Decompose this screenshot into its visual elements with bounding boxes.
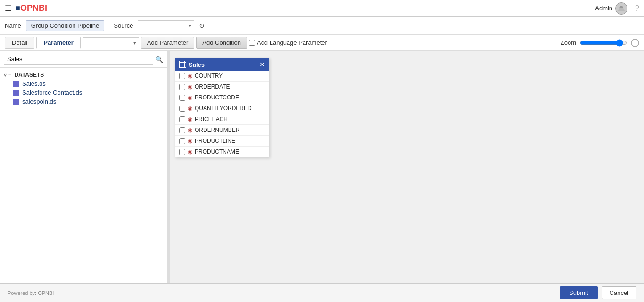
eye-icon[interactable]: ◉ (188, 94, 192, 101)
add-language-checkbox[interactable] (249, 40, 255, 46)
zoom-indicator (631, 39, 639, 47)
eye-icon[interactable]: ◉ (188, 148, 192, 155)
field-label: PRICEEACH (195, 116, 228, 122)
app-logo: ■OPNBI (15, 3, 47, 13)
hamburger-icon[interactable]: ☰ (5, 4, 11, 13)
dataset-label: Salesforce Contact.ds (22, 89, 82, 96)
add-parameter-button[interactable]: Add Parameter (141, 37, 194, 49)
toolbar: Detail Parameter Add Parameter Add Condi… (0, 35, 644, 51)
tab-parameter[interactable]: Parameter (36, 37, 81, 49)
field-label: ORDERNUMBER (195, 127, 239, 133)
add-language-label: Add Language Parameter (257, 39, 327, 46)
eye-icon[interactable]: ◉ (188, 127, 192, 133)
table-row: ◉ QUANTITYORDERED (175, 103, 269, 114)
popup-header: Sales ✕ (175, 58, 269, 71)
table-row: ◉ ORDERDATE (175, 82, 269, 92)
eye-icon[interactable]: ◉ (188, 105, 192, 112)
eye-icon[interactable]: ◉ (188, 83, 192, 90)
orderdate-checkbox[interactable] (179, 84, 185, 90)
productline-checkbox[interactable] (179, 138, 185, 144)
eye-icon[interactable]: ◉ (188, 116, 192, 122)
field-label: QUANTITYORDERED (195, 105, 252, 112)
left-panel: 🔍 ▿ − DATASETS Sales.ds Salesforce Conta… (0, 51, 167, 283)
table-row: ◉ PRICEEACH (175, 114, 269, 125)
pipeline-name: Group Condition Pipeline (26, 20, 105, 31)
dataset-icon (13, 90, 19, 96)
source-select[interactable] (138, 20, 194, 31)
search-input[interactable] (4, 54, 153, 65)
field-label: COUNTRY (195, 73, 223, 79)
field-label: PRODUCTNAME (195, 148, 239, 155)
datasets-label: DATASETS (14, 72, 44, 78)
tab-detail[interactable]: Detail (5, 37, 34, 49)
table-row: ◉ PRODUCTLINE (175, 136, 269, 147)
country-checkbox[interactable] (179, 73, 185, 79)
table-row: ◉ ORDERNUMBER (175, 125, 269, 136)
dataset-icon (13, 81, 19, 87)
field-label: PRODUCTCODE (195, 94, 239, 101)
source-select-wrapper (138, 20, 194, 31)
eye-icon[interactable]: ◉ (188, 138, 192, 144)
cancel-button[interactable]: Cancel (602, 286, 636, 299)
sales-popup-card: Sales ✕ ◉ COUNTRY ◉ ORDERDATE ◉ (175, 58, 269, 157)
dataset-label: Sales.ds (22, 80, 46, 87)
ordernumber-checkbox[interactable] (179, 127, 185, 133)
field-label: ORDERDATE (195, 83, 230, 90)
sub-header: Name Group Condition Pipeline Source ↻ (0, 17, 644, 35)
priceeach-checkbox[interactable] (179, 116, 185, 122)
right-canvas: Sales ✕ ◉ COUNTRY ◉ ORDERDATE ◉ (170, 51, 644, 283)
datasets-group: ▿ − DATASETS (4, 71, 163, 79)
param-type-select[interactable] (83, 37, 139, 48)
popup-close-button[interactable]: ✕ (259, 61, 265, 68)
name-label: Name (5, 22, 21, 29)
table-row: ◉ COUNTRY (175, 71, 269, 82)
list-item[interactable]: Sales.ds (4, 79, 163, 88)
zoom-label: Zoom (561, 39, 576, 46)
zoom-slider[interactable] (580, 39, 627, 47)
dataset-label: salespoin.ds (22, 98, 56, 105)
productname-checkbox[interactable] (179, 149, 185, 155)
zoom-area: Zoom (561, 39, 639, 47)
submit-button[interactable]: Submit (560, 286, 597, 299)
productcode-checkbox[interactable] (179, 95, 185, 101)
grid-icon (179, 61, 186, 68)
refresh-button[interactable]: ↻ (199, 22, 205, 30)
bottom-bar: Powered by: OPNBI Submit Cancel (0, 283, 644, 302)
field-label: PRODUCTLINE (195, 138, 235, 144)
list-item[interactable]: salespoin.ds (4, 97, 163, 106)
user-icon (618, 5, 625, 12)
avatar (615, 2, 627, 15)
admin-label: Admin (595, 5, 612, 12)
table-row: ◉ PRODUCTCODE (175, 92, 269, 103)
source-label: Source (114, 22, 133, 29)
quantityordered-checkbox[interactable] (179, 106, 185, 112)
add-condition-button[interactable]: Add Condition (196, 37, 247, 49)
list-item[interactable]: Salesforce Contact.ds (4, 88, 163, 97)
dataset-icon (13, 99, 19, 105)
top-nav: ☰ ■OPNBI Admin ? (0, 0, 644, 17)
main-content: 🔍 ▿ − DATASETS Sales.ds Salesforce Conta… (0, 51, 644, 283)
table-row: ◉ PRODUCTNAME (175, 147, 269, 157)
tree-collapse-icon[interactable]: ▿ (4, 72, 7, 78)
param-select-wrapper (83, 37, 139, 48)
popup-title: Sales (189, 61, 205, 68)
dataset-tree: ▿ − DATASETS Sales.ds Salesforce Contact… (0, 68, 167, 283)
search-icon[interactable]: 🔍 (155, 56, 163, 63)
search-box: 🔍 (0, 51, 167, 68)
bottom-action-buttons: Submit Cancel (560, 286, 636, 299)
add-language-checkbox-label: Add Language Parameter (249, 39, 327, 46)
powered-by-label: Powered by: OPNBI (8, 290, 54, 296)
help-icon[interactable]: ? (635, 4, 639, 13)
eye-icon[interactable]: ◉ (188, 73, 192, 79)
admin-area: Admin ? (595, 2, 639, 15)
popup-body: ◉ COUNTRY ◉ ORDERDATE ◉ PRODUCTCODE ◉ QU… (175, 71, 269, 157)
